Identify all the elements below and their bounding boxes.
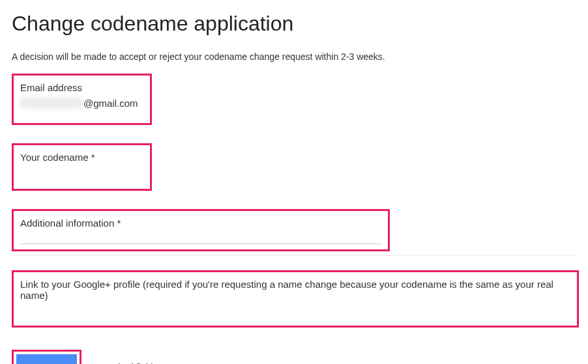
gplus-label: Link to your Google+ profile (required i…	[20, 279, 570, 301]
email-domain: @gmail.com	[83, 98, 138, 109]
submit-row: SUBMIT * Required field	[12, 350, 576, 364]
additional-info-field-box[interactable]: Additional information *	[12, 209, 390, 251]
submit-button[interactable]: SUBMIT	[16, 354, 77, 364]
page-title: Change codename application	[12, 12, 576, 36]
submit-highlight-box: SUBMIT	[12, 350, 81, 364]
page-subtitle: A decision will be made to accept or rej…	[12, 51, 576, 62]
email-label: Email address	[20, 82, 143, 93]
additional-info-label: Additional information *	[20, 217, 381, 229]
codename-field-box[interactable]: Your codename *	[12, 143, 152, 191]
section-divider	[12, 255, 576, 256]
codename-label: Your codename *	[20, 152, 143, 163]
email-value-row: @gmail.com	[20, 97, 143, 109]
email-field-box: Email address @gmail.com	[12, 74, 152, 125]
additional-info-input[interactable]	[20, 244, 381, 244]
redacted-username	[20, 97, 82, 109]
gplus-field-box[interactable]: Link to your Google+ profile (required i…	[12, 270, 579, 328]
